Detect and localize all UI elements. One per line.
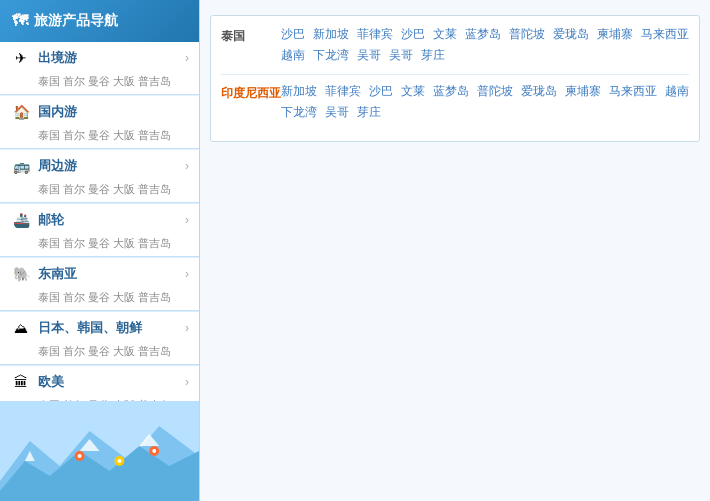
destination-row-0: 泰国沙巴新加坡菲律宾沙巴文莱蓝梦岛普陀坡爱珑岛柬埔寨马来西亚越南下龙湾吴哥吴哥芽…: [221, 26, 689, 64]
sidebar-item-title-nearby: 周边游: [38, 157, 77, 175]
sidebar-item-left: 🚢 邮轮: [10, 211, 64, 229]
sidebar-item-header: 🚢 邮轮 ›: [0, 204, 199, 236]
dest-tag-1-3[interactable]: 文莱: [401, 83, 425, 100]
sidebar-title: 旅游产品导航: [34, 12, 118, 30]
dest-tag-1-9[interactable]: 越南: [665, 83, 689, 100]
sidebar-item-domestic[interactable]: 🏠 国内游 泰国 首尔 曼谷 大阪 普吉岛: [0, 96, 199, 149]
dest-tag-1-5[interactable]: 普陀坡: [477, 83, 513, 100]
dest-tag-1-6[interactable]: 爱珑岛: [521, 83, 557, 100]
dest-tag-1-1[interactable]: 菲律宾: [325, 83, 361, 100]
sidebar-item-header: ⛰ 日本、韩国、朝鲜 ›: [0, 312, 199, 344]
sidebar-item-subtitle-outbound: 泰国 首尔 曼谷 大阪 普吉岛: [0, 74, 199, 94]
sidebar-item-header: 🐘 东南亚 ›: [0, 258, 199, 290]
sidebar: 🗺 旅游产品导航 ✈ 出境游 › 泰国 首尔 曼谷 大阪 普吉岛 🏠 国内游 泰…: [0, 0, 200, 501]
sidebar-item-left: 🐘 东南亚: [10, 265, 77, 283]
dest-tag-0-3[interactable]: 沙巴: [401, 26, 425, 43]
content-panel: 泰国沙巴新加坡菲律宾沙巴文莱蓝梦岛普陀坡爱珑岛柬埔寨马来西亚越南下龙湾吴哥吴哥芽…: [210, 15, 700, 142]
chevron-right-icon: ›: [185, 375, 189, 389]
sidebar-item-cruise[interactable]: 🚢 邮轮 › 泰国 首尔 曼谷 大阪 普吉岛: [0, 204, 199, 257]
sidebar-item-title-domestic: 国内游: [38, 103, 77, 121]
sidebar-item-header: 🚌 周边游 ›: [0, 150, 199, 182]
chevron-right-icon: ›: [185, 51, 189, 65]
sidebar-item-header: 🏠 国内游: [0, 96, 199, 128]
dest-tag-1-4[interactable]: 蓝梦岛: [433, 83, 469, 100]
dest-tag-0-11[interactable]: 下龙湾: [313, 47, 349, 64]
dest-label-0: 泰国: [221, 26, 281, 45]
sidebar-item-title-southeast_asia: 东南亚: [38, 265, 77, 283]
row-divider: [221, 74, 689, 75]
sidebar-item-nearby[interactable]: 🚌 周边游 › 泰国 首尔 曼谷 大阪 普吉岛: [0, 150, 199, 203]
dest-tag-0-13[interactable]: 吴哥: [389, 47, 413, 64]
japan_korea-icon: ⛰: [10, 319, 32, 337]
dest-tag-0-0[interactable]: 沙巴: [281, 26, 305, 43]
sidebar-item-title-europe: 欧美: [38, 373, 64, 391]
dest-tag-1-12[interactable]: 芽庄: [357, 104, 381, 121]
chevron-right-icon: ›: [185, 213, 189, 227]
southeast_asia-icon: 🐘: [10, 265, 32, 283]
sidebar-item-title-outbound: 出境游: [38, 49, 77, 67]
sidebar-item-title-cruise: 邮轮: [38, 211, 64, 229]
dest-label-1: 印度尼西亚: [221, 83, 281, 102]
sidebar-item-header: 🏛 欧美 ›: [0, 366, 199, 398]
sidebar-item-left: 🏠 国内游: [10, 103, 77, 121]
sidebar-item-subtitle-southeast_asia: 泰国 首尔 曼谷 大阪 普吉岛: [0, 290, 199, 310]
dest-tag-1-8[interactable]: 马来西亚: [609, 83, 657, 100]
dest-tag-0-12[interactable]: 吴哥: [357, 47, 381, 64]
sidebar-item-japan_korea[interactable]: ⛰ 日本、韩国、朝鲜 › 泰国 首尔 曼谷 大阪 普吉岛: [0, 312, 199, 365]
domestic-icon: 🏠: [10, 103, 32, 121]
cruise-icon: 🚢: [10, 211, 32, 229]
sidebar-item-europe[interactable]: 🏛 欧美 › 泰国 首尔 曼谷 大阪 普吉岛: [0, 366, 199, 401]
dest-tag-0-5[interactable]: 蓝梦岛: [465, 26, 501, 43]
sidebar-items-list: ✈ 出境游 › 泰国 首尔 曼谷 大阪 普吉岛 🏠 国内游 泰国 首尔 曼谷 大…: [0, 42, 199, 401]
dest-tag-1-0[interactable]: 新加坡: [281, 83, 317, 100]
sidebar-decoration: [0, 401, 199, 501]
sidebar-item-left: ⛰ 日本、韩国、朝鲜: [10, 319, 142, 337]
outbound-icon: ✈: [10, 49, 32, 67]
dest-tag-1-11[interactable]: 吴哥: [325, 104, 349, 121]
europe-icon: 🏛: [10, 373, 32, 391]
dest-tag-0-2[interactable]: 菲律宾: [357, 26, 393, 43]
dest-tag-1-7[interactable]: 柬埔寨: [565, 83, 601, 100]
dest-tags-0: 沙巴新加坡菲律宾沙巴文莱蓝梦岛普陀坡爱珑岛柬埔寨马来西亚越南下龙湾吴哥吴哥芽庄: [281, 26, 689, 64]
sidebar-item-subtitle-nearby: 泰国 首尔 曼谷 大阪 普吉岛: [0, 182, 199, 202]
dest-tag-1-10[interactable]: 下龙湾: [281, 104, 317, 121]
chevron-right-icon: ›: [185, 159, 189, 173]
dest-tag-0-1[interactable]: 新加坡: [313, 26, 349, 43]
dest-tag-0-10[interactable]: 越南: [281, 47, 305, 64]
sidebar-item-subtitle-japan_korea: 泰国 首尔 曼谷 大阪 普吉岛: [0, 344, 199, 364]
sidebar-item-left: ✈ 出境游: [10, 49, 77, 67]
dest-tags-1: 新加坡菲律宾沙巴文莱蓝梦岛普陀坡爱珑岛柬埔寨马来西亚越南下龙湾吴哥芽庄: [281, 83, 689, 121]
svg-point-7: [78, 454, 82, 458]
dest-tag-0-4[interactable]: 文莱: [433, 26, 457, 43]
svg-point-9: [117, 459, 121, 463]
sidebar-item-left: 🚌 周边游: [10, 157, 77, 175]
sidebar-item-subtitle-domestic: 泰国 首尔 曼谷 大阪 普吉岛: [0, 128, 199, 148]
chevron-right-icon: ›: [185, 267, 189, 281]
sidebar-item-outbound[interactable]: ✈ 出境游 › 泰国 首尔 曼谷 大阪 普吉岛: [0, 42, 199, 95]
destination-row-1: 印度尼西亚新加坡菲律宾沙巴文莱蓝梦岛普陀坡爱珑岛柬埔寨马来西亚越南下龙湾吴哥芽庄: [221, 83, 689, 121]
chevron-right-icon: ›: [185, 321, 189, 335]
sidebar-item-header: ✈ 出境游 ›: [0, 42, 199, 74]
nearby-icon: 🚌: [10, 157, 32, 175]
sidebar-item-title-japan_korea: 日本、韩国、朝鲜: [38, 319, 142, 337]
sidebar-item-subtitle-cruise: 泰国 首尔 曼谷 大阪 普吉岛: [0, 236, 199, 256]
sidebar-header: 🗺 旅游产品导航: [0, 0, 199, 42]
map-icon: 🗺: [12, 12, 28, 30]
dest-tag-0-9[interactable]: 马来西亚: [641, 26, 689, 43]
dest-tag-0-6[interactable]: 普陀坡: [509, 26, 545, 43]
sidebar-item-southeast_asia[interactable]: 🐘 东南亚 › 泰国 首尔 曼谷 大阪 普吉岛: [0, 258, 199, 311]
svg-point-11: [152, 449, 156, 453]
dest-tag-0-7[interactable]: 爱珑岛: [553, 26, 589, 43]
dest-tag-0-14[interactable]: 芽庄: [421, 47, 445, 64]
sidebar-item-left: 🏛 欧美: [10, 373, 64, 391]
dest-tag-1-2[interactable]: 沙巴: [369, 83, 393, 100]
main-content: 泰国沙巴新加坡菲律宾沙巴文莱蓝梦岛普陀坡爱珑岛柬埔寨马来西亚越南下龙湾吴哥吴哥芽…: [200, 0, 710, 501]
dest-tag-0-8[interactable]: 柬埔寨: [597, 26, 633, 43]
